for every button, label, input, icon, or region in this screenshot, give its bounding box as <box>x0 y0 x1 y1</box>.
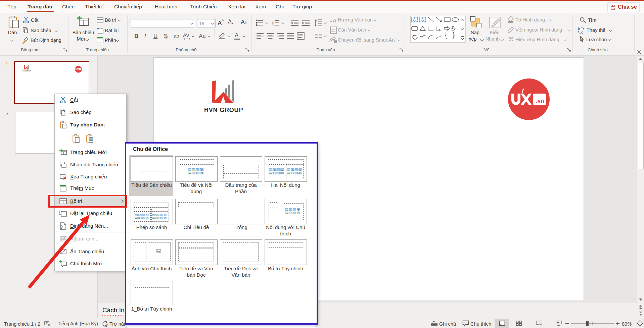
svg-text:.vn: .vn <box>536 98 544 104</box>
svg-text:A: A <box>413 17 416 22</box>
svg-text:HVN GROUP: HVN GROUP <box>23 70 31 72</box>
svg-text:HVN GROUP: HVN GROUP <box>204 107 243 113</box>
svg-text:2: 2 <box>272 22 274 24</box>
svg-text:1: 1 <box>272 19 274 22</box>
svg-text:b: b <box>578 27 580 31</box>
svg-text:3: 3 <box>272 24 274 26</box>
svg-text:A: A <box>333 17 336 23</box>
svg-text:c: c <box>581 30 583 34</box>
